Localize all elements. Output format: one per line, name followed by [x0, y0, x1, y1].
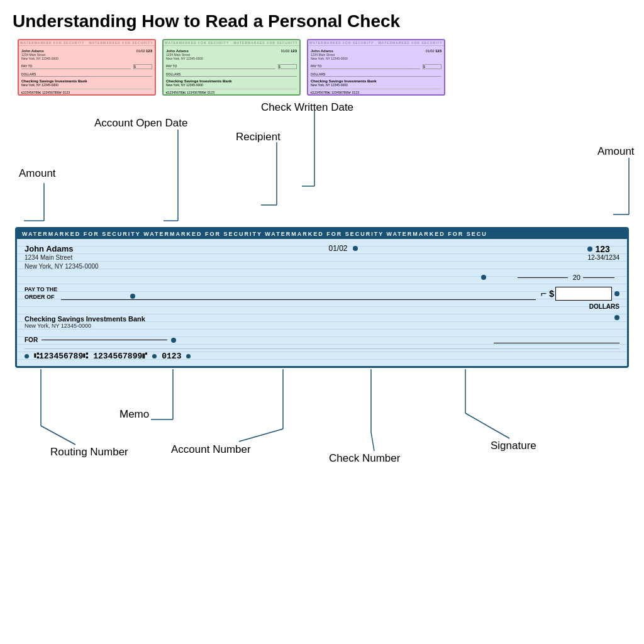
micr-check-section: 0123	[162, 352, 181, 361]
small-check-pink: WATERMARKED FOR SECURITY WATERMARKED FOR…	[18, 39, 156, 96]
signature-label: Signature	[491, 440, 536, 452]
svg-line-11	[41, 426, 75, 445]
check-pay-row: PAY TO THEORDER OF ⌐ $	[25, 286, 619, 301]
micr-dot-mid	[152, 354, 157, 358]
amount-right-label: Amount	[597, 145, 635, 158]
page-title: Understanding How to Read a Personal Che…	[13, 11, 631, 31]
check-number: 123	[587, 244, 619, 254]
check-date-line: 20	[25, 274, 619, 281]
recipient-label: Recipient	[236, 131, 280, 143]
sc-bank-addr-3: New York, NY 12345-0000	[311, 83, 441, 87]
small-check-purple: WATERMARKED FOR SECURITY WATERMARKED FOR…	[307, 39, 445, 96]
micr-routing-section: ⑆123456789⑆	[34, 352, 88, 361]
check-memo-dot	[171, 338, 176, 343]
routing-number-label: Routing Number	[50, 446, 128, 458]
main-check: WATERMARKED FOR SECURITY WATERMARKED FOR…	[15, 227, 629, 368]
check-dollars-label: DOLLARS	[25, 303, 619, 310]
check-for-label: FOR	[25, 336, 38, 343]
svg-line-17	[371, 432, 374, 451]
check-bank-addr: New York, NY 12345-0000	[25, 323, 145, 329]
below-labels-area: Routing Number Memo Account Number Check…	[13, 369, 631, 495]
sc-micr-1: ⑆123456789⑆1234567899⑈0123	[21, 89, 152, 94]
sc-bank-addr-1: New York, NY 12345-0000	[21, 83, 152, 87]
check-watermark-bar: WATERMARKED FOR SECURITY WATERMARKED FOR…	[17, 229, 627, 239]
sc-num-1: 123	[146, 49, 152, 53]
sc-micr-3: ⑆123456789⑆1234567899⑈0123	[311, 89, 441, 94]
above-labels-area: Amount Account Open Date Check Written D…	[13, 104, 631, 227]
small-check-watermark-green: WATERMARKED FOR SECURITY WATERMARKED FOR…	[164, 40, 299, 46]
svg-line-15	[239, 429, 283, 441]
check-for-sig-row: FOR	[25, 336, 619, 343]
check-dollar-sign: $	[549, 289, 554, 299]
check-bank-row: Checking Savings Investments Bank New Yo…	[25, 315, 619, 329]
check-for-line	[42, 340, 167, 340]
small-check-green: WATERMARKED FOR SECURITY WATERMARKED FOR…	[162, 39, 301, 96]
check-number-label: Check Number	[329, 452, 400, 465]
check-right-col: 123 12-34/1234	[587, 244, 619, 261]
sc-num-3: 123	[435, 49, 441, 53]
account-open-date-label: Account Open Date	[94, 117, 187, 130]
sc-date-1: 01/02	[136, 49, 145, 53]
check-date-20: 20	[573, 274, 580, 281]
check-pay-line	[61, 287, 536, 300]
small-check-watermark-purple: WATERMARKED FOR SECURITY WATERMARKED FOR…	[308, 40, 444, 46]
micr-routing: ⑆123456789⑆	[34, 352, 88, 361]
account-number-label: Account Number	[171, 443, 251, 456]
check-amount-dot	[614, 291, 619, 296]
svg-line-19	[465, 413, 509, 438]
sc-addr2-3: New York, NY 12345-0000	[311, 57, 348, 60]
page-container: Understanding How to Read a Personal Che…	[0, 0, 644, 644]
micr-check-num: 0123	[162, 352, 181, 361]
check-date-dot2	[481, 275, 486, 280]
check-micr-row: ⑆123456789⑆ 1234567899⑈ 0123	[25, 348, 619, 362]
sc-addr2-1: New York, NY 12345-0000	[21, 57, 58, 60]
check-for-area: FOR	[25, 336, 176, 343]
sc-bank-addr-2: New York, NY 12345-0000	[166, 83, 297, 87]
check-amount-box	[555, 287, 612, 301]
check-bank-name: Checking Savings Investments Bank	[25, 315, 145, 323]
check-bracket: ⌐	[541, 288, 547, 299]
sc-micr-2: ⑆123456789⑆1234567899⑈0123	[166, 89, 297, 94]
check-dollar-area: ⌐ $	[538, 287, 619, 301]
check-addr1: 1234 Main Street	[25, 253, 99, 262]
check-pay-label: PAY TO THEORDER OF	[25, 286, 57, 301]
check-fraction: 12-34/1234	[587, 254, 619, 261]
main-check-wrapper: WATERMARKED FOR SECURITY WATERMARKED FOR…	[15, 227, 629, 368]
check-name: John Adams	[25, 244, 99, 253]
check-date-dot	[353, 246, 358, 251]
check-date-value: 01/02	[329, 244, 348, 253]
sc-addr2-2: New York, NY 12345-0000	[166, 57, 203, 60]
micr-dot-right	[186, 354, 191, 358]
check-addr2: New York, NY 12345-0000	[25, 262, 99, 271]
check-written-date-label: Check Written Date	[261, 101, 353, 114]
check-inner: John Adams 1234 Main Street New York, NY…	[17, 239, 627, 366]
check-date-line2	[583, 277, 614, 278]
small-checks-row: WATERMARKED FOR SECURITY WATERMARKED FOR…	[13, 39, 631, 96]
micr-dot-left	[25, 354, 29, 358]
micr-account-section: 1234567899⑈	[93, 352, 147, 361]
sc-date-3: 01/02	[426, 49, 435, 53]
below-annotation-svg	[13, 369, 631, 495]
amount-left-label: Amount	[19, 167, 56, 180]
check-bank-info: Checking Savings Investments Bank New Yo…	[25, 315, 145, 329]
check-name-addr: John Adams 1234 Main Street New York, NY…	[25, 244, 99, 271]
micr-account: 1234567899⑈	[93, 352, 147, 361]
sc-num-2: 123	[291, 49, 297, 53]
check-num-dot	[587, 247, 592, 252]
sc-date-2: 01/02	[281, 49, 290, 53]
check-date-area: 01/02	[329, 244, 358, 253]
check-row1: John Adams 1234 Main Street New York, NY…	[25, 244, 619, 271]
check-sig-line	[494, 343, 619, 343]
check-sig-dot	[614, 315, 619, 320]
small-check-watermark-pink: WATERMARKED FOR SECURITY WATERMARKED FOR…	[19, 40, 155, 46]
memo-label: Memo	[119, 408, 149, 421]
check-date-underline	[518, 277, 568, 278]
check-payline-dot	[130, 294, 135, 299]
